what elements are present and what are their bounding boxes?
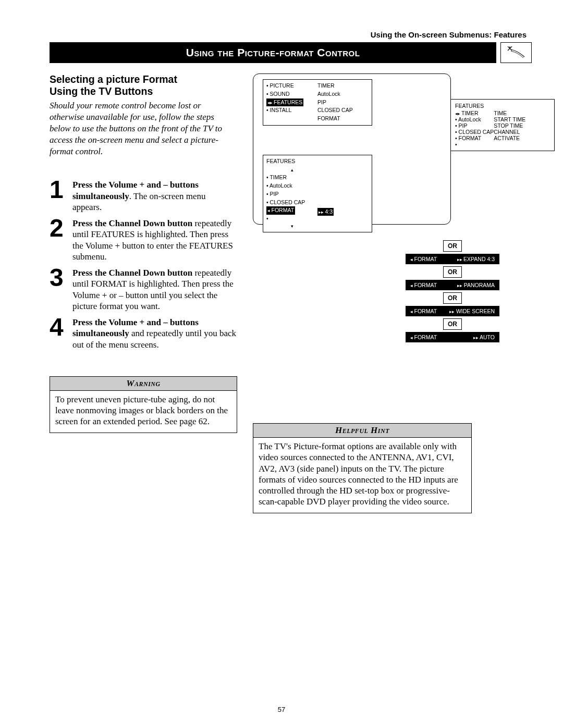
section-heading: Selecting a picture Format Using the TV … xyxy=(50,73,237,98)
osd-features-panel: FEATURES TIMER AutoLock PIP CLOSED CAP F… xyxy=(450,99,555,151)
warning-title: Warning xyxy=(50,377,237,391)
or-label: OR xyxy=(443,292,462,304)
step-1: 1 Press the Volume + and – buttons simul… xyxy=(50,178,237,213)
warning-box: Warning To prevent uneven picture-tube a… xyxy=(50,376,237,433)
format-option: FORMATEXPAND 4:3 xyxy=(406,254,499,264)
wand-icon xyxy=(500,42,532,63)
step-3: 3 Press the Channel Down button repeated… xyxy=(50,266,237,312)
page-title: Using the Picture-format Control xyxy=(50,42,496,63)
format-option: FORMATAUTO xyxy=(406,332,499,342)
step-2: 2 Press the Channel Down button repeated… xyxy=(50,217,237,262)
hint-title: Helpful Hint xyxy=(253,424,471,438)
page-number: 57 xyxy=(0,706,563,713)
intro-text: Should your remote control become lost o… xyxy=(50,100,237,157)
format-options: OR FORMATEXPAND 4:3 OR FORMATPANORAMA OR… xyxy=(400,240,505,342)
or-label: OR xyxy=(443,266,462,278)
osd-main-menu: PICTURE SOUND FEATURES INSTALL TIMER Aut… xyxy=(263,79,372,126)
or-label: OR xyxy=(443,240,462,252)
title-bar: Using the Picture-format Control xyxy=(50,42,532,63)
steps-list: 1 Press the Volume + and – buttons simul… xyxy=(50,178,237,350)
step-4: 4 Press the Volume + and – buttons simul… xyxy=(50,316,237,350)
format-option: FORMATPANORAMA xyxy=(406,280,499,290)
hint-body: The TV's Picture-format options are avai… xyxy=(253,438,471,513)
or-label: OR xyxy=(443,318,462,330)
osd-features-submenu: FEATURES ▴ TIMER AutoLock PIP CLOSED CAP… xyxy=(263,155,372,232)
breadcrumb: Using the On-screen Submenus: Features xyxy=(50,30,532,39)
format-option: FORMATWIDE SCREEN xyxy=(406,306,499,316)
hint-box: Helpful Hint The TV's Picture-format opt… xyxy=(253,423,472,513)
warning-body: To prevent uneven picture-tube aging, do… xyxy=(50,391,237,433)
osd-tv-screen: PICTURE SOUND FEATURES INSTALL TIMER Aut… xyxy=(253,73,451,225)
